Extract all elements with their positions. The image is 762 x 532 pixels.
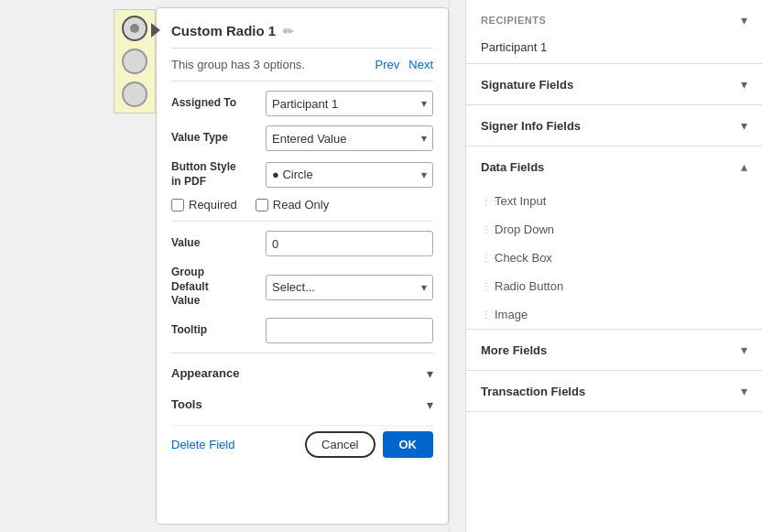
assigned-to-row: Assigned To Participant 1 Participant 2 [171,91,433,116]
value-type-select-wrapper: Entered Value Custom Value [266,125,433,151]
drag-handle-icon: ⋮⋮ [482,281,500,291]
assigned-to-select-wrapper: Participant 1 Participant 2 [266,91,433,116]
tools-row[interactable]: Tools ▾ [171,394,433,416]
recipients-label: RECIPIENTS [481,15,547,26]
radio-icons-container [114,9,156,114]
divider-3 [171,353,433,353]
signature-fields-chevron-icon: ▾ [741,77,747,92]
data-field-check-box-label: Check Box [495,251,552,265]
data-field-text-input[interactable]: ⋮⋮ Text Input [466,187,762,215]
required-checkbox[interactable] [171,199,184,212]
transaction-fields-label: Transaction Fields [481,385,585,398]
signer-info-fields-section: Signer Info Fields ▾ [466,105,762,147]
assigned-to-select[interactable]: Participant 1 Participant 2 [266,91,433,116]
group-info-row: This group has 3 options. Prev Next [171,58,433,71]
read-only-checkbox-item: Read Only [256,198,329,212]
delete-field-link[interactable]: Delete Field [171,438,234,451]
drag-handle-icon: ⋮⋮ [482,196,500,206]
assigned-to-label: Assigned To [171,96,258,111]
appearance-row[interactable]: Appearance ▾ [171,363,433,385]
radio-icon-3[interactable] [122,81,147,107]
button-style-select[interactable]: ● Circle ■ Square ✓ Check ◆ Diamond None [266,162,433,188]
data-field-image[interactable]: ⋮⋮ Image [466,300,762,329]
more-fields-header[interactable]: More Fields ▾ [466,330,762,370]
signer-info-fields-chevron-icon: ▾ [741,118,747,133]
group-default-select-wrapper: Select... [266,275,433,300]
signer-info-fields-header[interactable]: Signer Info Fields ▾ [466,105,762,146]
transaction-fields-header[interactable]: Transaction Fields ▾ [466,371,762,411]
data-field-check-box[interactable]: ⋮⋮ Check Box [466,244,762,272]
data-field-radio-button[interactable]: ⋮⋮ Radio Button [466,272,762,300]
required-label: Required [189,198,237,212]
data-fields-list: ⋮⋮ Text Input ⋮⋮ Drop Down ⋮⋮ Check Box … [466,187,762,329]
right-panel: RECIPIENTS ▾ Participant 1 Signature Fie… [465,0,762,532]
divider-1 [171,81,433,81]
data-field-radio-button-label: Radio Button [495,279,563,293]
drag-handle-icon: ⋮⋮ [482,253,500,263]
next-link[interactable]: Next [408,58,433,71]
value-type-row: Value Type Entered Value Custom Value [171,125,433,151]
transaction-fields-section: Transaction Fields ▾ [466,371,762,412]
tooltip-input[interactable] [266,318,433,343]
data-fields-label: Data Fields [481,160,544,174]
cancel-button[interactable]: Cancel [305,431,375,458]
data-fields-header[interactable]: Data Fields ▴ [466,147,762,187]
checkbox-row: Required Read Only [171,198,433,212]
button-style-select-wrapper: ● Circle ■ Square ✓ Check ◆ Diamond None [266,162,433,188]
divider-2 [171,221,433,222]
tooltip-row: Tooltip [171,318,433,343]
value-type-select[interactable]: Entered Value Custom Value [266,125,433,151]
drag-handle-icon: ⋮⋮ [482,224,500,234]
dialog-title: Custom Radio 1 [171,23,276,38]
radio-icon-1[interactable] [122,16,147,41]
data-field-drop-down-label: Drop Down [495,223,554,236]
signature-fields-section: Signature Fields ▾ [466,64,762,105]
recipients-section: RECIPIENTS ▾ Participant 1 [466,0,762,64]
ok-button[interactable]: OK [383,431,434,458]
data-field-text-input-label: Text Input [495,194,546,208]
dialog-header: Custom Radio 1 ✏ [171,23,433,49]
button-style-row: Button Stylein PDF ● Circle ■ Square ✓ C… [171,160,433,189]
group-info-text: This group has 3 options. [171,58,305,71]
edit-icon[interactable]: ✏ [283,24,294,38]
required-checkbox-item: Required [171,198,237,212]
signature-fields-header[interactable]: Signature Fields ▾ [466,64,762,104]
scrollbar-area [449,0,458,532]
appearance-label: Appearance [171,366,239,380]
value-label: Value [171,236,258,251]
group-default-label: GroupDefaultValue [171,266,258,309]
value-input[interactable]: 0 [266,231,433,256]
signer-info-fields-label: Signer Info Fields [481,119,581,133]
recipients-chevron-icon: ▾ [741,13,747,27]
radio-icon-2[interactable] [122,49,147,74]
tools-label: Tools [171,397,202,411]
tools-chevron-icon: ▾ [427,397,433,412]
more-fields-section: More Fields ▾ [466,330,762,371]
more-fields-label: More Fields [481,343,547,357]
value-type-label: Value Type [171,131,258,146]
prev-link[interactable]: Prev [376,58,400,71]
data-fields-section: Data Fields ▴ ⋮⋮ Text Input ⋮⋮ Drop Down… [466,147,762,330]
custom-radio-dialog: Custom Radio 1 ✏ This group has 3 option… [156,7,449,525]
tooltip-label: Tooltip [171,323,258,338]
action-row: Delete Field Cancel OK [171,425,433,458]
recipients-value: Participant 1 [466,40,762,63]
value-row: Value 0 [171,231,433,256]
group-default-row: GroupDefaultValue Select... [171,266,433,309]
data-field-drop-down[interactable]: ⋮⋮ Drop Down [466,215,762,244]
more-fields-chevron-icon: ▾ [741,342,747,357]
drag-handle-icon: ⋮⋮ [482,309,500,320]
appearance-chevron-icon: ▾ [427,366,433,381]
group-default-select[interactable]: Select... [266,275,433,300]
button-style-label: Button Stylein PDF [171,160,258,189]
transaction-fields-chevron-icon: ▾ [741,384,747,398]
data-fields-chevron-icon: ▴ [741,159,747,174]
read-only-label: Read Only [273,198,329,212]
left-panel [0,0,156,532]
recipients-header[interactable]: RECIPIENTS ▾ [466,0,762,40]
action-buttons: Cancel OK [305,431,433,458]
signature-fields-label: Signature Fields [481,78,573,92]
nav-links: Prev Next [376,58,433,71]
read-only-checkbox[interactable] [256,199,268,212]
